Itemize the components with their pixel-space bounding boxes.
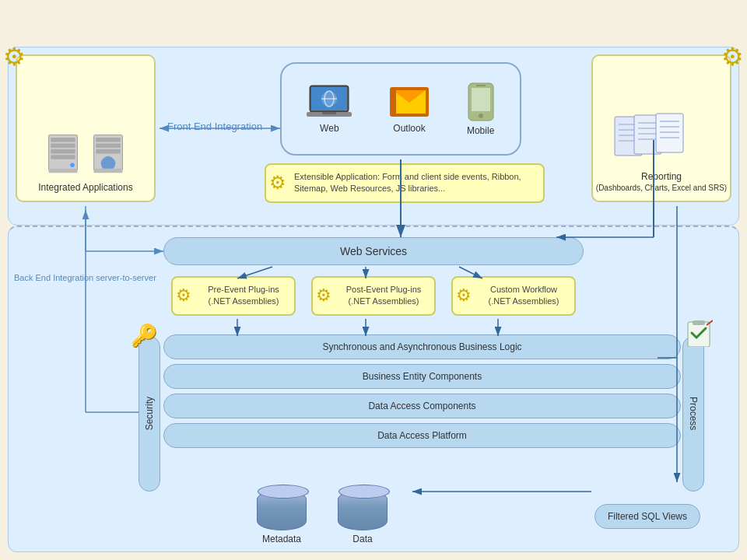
mobile-label: Mobile [467,125,494,136]
svg-rect-9 [96,143,120,148]
process-text: Process [688,397,699,430]
data-access-components-bar: Data Access Components [163,394,681,418]
client-apps-box: Web Outlook Mobile [280,62,521,156]
svg-rect-10 [96,149,120,154]
svg-rect-44 [476,85,486,86]
outlook-label: Outlook [393,123,425,134]
post-event-plugin-box: ⚙ Post-Event Plug-ins(.NET Assemblies) [311,276,436,316]
data-label: Data [352,534,372,544]
svg-rect-2 [51,143,75,148]
reporting-label: Reporting(Dashboards, Charts, Excel and … [596,171,727,193]
extensible-app-box: ⚙ Extensible Application: Form and clien… [265,163,545,203]
clipboard-check-icon [685,319,713,347]
extensible-app-label: Extensible Application: Form and client … [294,172,521,193]
business-entity-bar: Business Entity Components [163,364,681,389]
svg-point-43 [479,114,483,118]
gear-icon-pre-event: ⚙ [176,284,191,308]
security-text: Security [144,397,155,430]
svg-rect-14 [94,169,123,173]
svg-rect-40 [390,90,396,114]
server-icons [44,129,128,176]
client-outlook: Outlook [387,84,432,134]
platform-area: Synchronous and Asynchronous Business Lo… [163,334,681,494]
integrated-apps-label: Integrated Applications [38,182,132,193]
frontend-integration-label: Front End Integration [167,121,262,132]
reporting-icons [611,113,712,171]
gear-icon-reporting: ⚙ [721,42,744,72]
integrated-apps-box: ⚙ Integra [16,54,156,202]
filtered-sql-box: Filtered SQL Views [594,504,700,529]
metadata-cylinder [257,490,307,530]
server-icon-1 [44,129,82,176]
process-label: Process [682,336,704,492]
gear-icon-integrated: ⚙ [3,42,26,72]
svg-rect-46 [693,320,705,325]
backend-integration-label: Back End Integration server-to-server [14,272,156,284]
svg-rect-1 [51,138,75,142]
client-mobile: Mobile [467,82,495,136]
data-cylinder [338,490,388,530]
data-db: Data [338,490,388,544]
svg-rect-3 [51,149,75,154]
client-web: Web [307,84,352,134]
web-services-bar: Web Services [163,237,584,265]
svg-point-5 [70,163,75,167]
data-access-platform-bar: Data Access Platform [163,423,681,448]
outlook-icon [387,84,432,120]
pre-event-plugin-box: ⚙ Pre-Event Plug-ins(.NET Assemblies) [171,276,296,316]
mobile-icon [467,82,495,122]
sync-business-logic-bar: Synchronous and Asynchronous Business Lo… [163,334,681,359]
security-label: Security [139,336,160,492]
database-area: Metadata Data [257,490,388,544]
web-services-label: Web Services [340,245,407,257]
svg-rect-4 [51,155,75,159]
security-key-icon: 🔑 [131,323,158,348]
web-label: Web [320,123,338,134]
svg-rect-6 [49,169,78,173]
svg-rect-36 [322,112,336,114]
plugin-row: ⚙ Pre-Event Plug-ins(.NET Assemblies) ⚙ … [171,276,576,316]
web-laptop-icon [307,84,352,120]
gear-icon-extensible: ⚙ [269,170,286,197]
svg-rect-25 [656,114,683,152]
svg-rect-8 [96,138,120,142]
post-event-label: Post-Event Plug-ins(.NET Assemblies) [346,285,422,306]
process-check-icon [685,319,713,352]
reporting-box: ⚙ Reporting(Dashboards, Charts, Excel an… [591,54,731,202]
metadata-label: Metadata [262,534,301,544]
gear-icon-post-event: ⚙ [316,284,331,308]
metadata-db: Metadata [257,490,307,544]
diagram-container: ⚙ Integra [0,0,747,560]
custom-workflow-label: Custom Workflow(.NET Assemblies) [489,285,559,306]
server-icon-2 [89,129,128,176]
gear-icon-workflow: ⚙ [456,284,472,308]
svg-rect-42 [472,88,490,111]
custom-workflow-box: ⚙ Custom Workflow(.NET Assemblies) [451,276,576,316]
filtered-sql-label: Filtered SQL Views [608,511,687,522]
pre-event-label: Pre-Event Plug-ins(.NET Assemblies) [208,285,279,306]
